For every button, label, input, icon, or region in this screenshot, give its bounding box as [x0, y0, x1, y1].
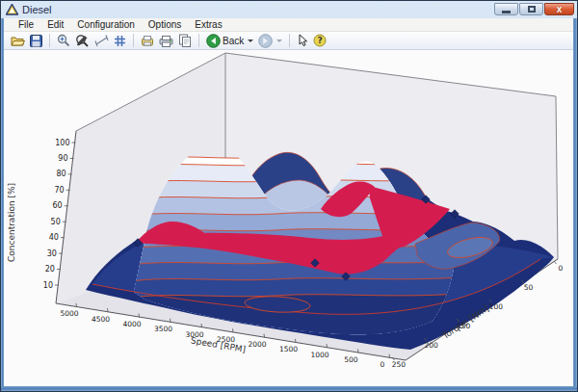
forward-icon: [258, 34, 273, 48]
client-area: FileEditConfigurationOptionsExtras: [4, 18, 575, 388]
forward-button[interactable]: [257, 33, 283, 48]
speed-tick-mark: [108, 308, 109, 312]
z-tick-label: 80: [56, 170, 66, 178]
open-button[interactable]: [10, 33, 26, 48]
copy-icon: [178, 34, 192, 47]
app-logo-icon: [6, 4, 18, 15]
title-bar[interactable]: Diesel x: [1, 1, 578, 18]
minimize-icon: [502, 11, 511, 13]
toolbar-separator: [289, 34, 290, 47]
pointer-icon: [297, 34, 308, 47]
zoom-in-icon: [57, 34, 70, 47]
grid-button[interactable]: [113, 33, 127, 48]
z-tick-label: 40: [49, 233, 59, 242]
copy-button[interactable]: [177, 33, 193, 48]
minimize-button[interactable]: [494, 3, 518, 15]
speed-tick-mark: [233, 328, 234, 332]
toolbar: Back ?: [4, 32, 575, 50]
toolbar-separator: [198, 34, 199, 47]
menu-item-extras[interactable]: Extras: [188, 19, 228, 30]
toolbar-separator: [49, 34, 50, 47]
plot-area[interactable]: 100908070605040302010 500045004000350030…: [4, 50, 575, 389]
zoom-in-button[interactable]: [56, 33, 71, 48]
print-icon: [159, 35, 173, 47]
close-button[interactable]: x: [544, 3, 574, 15]
speed-tick-label: 2000: [248, 340, 266, 349]
window-title: Diesel: [22, 4, 52, 15]
z-tick-label: 90: [58, 154, 67, 163]
z-tick-label: 70: [54, 186, 64, 195]
speed-tick-mark: [76, 303, 77, 307]
speed-tick-label: 1500: [279, 345, 298, 353]
speed-tick-mark: [296, 339, 297, 343]
window-border-bottom: [1, 386, 578, 391]
torque-tick-mark: [554, 261, 557, 264]
torque-tick-label: 100: [489, 302, 504, 311]
z-tick-label: 10: [43, 281, 53, 290]
speed-tick-label: 4000: [122, 320, 141, 328]
menu-bar: FileEditConfigurationOptionsExtras: [4, 18, 575, 32]
speed-tick-label: 1000: [310, 351, 328, 359]
maximize-icon: [528, 6, 536, 13]
back-dropdown-caret[interactable]: [248, 39, 253, 42]
save-button[interactable]: [29, 33, 43, 48]
save-icon: [30, 35, 42, 47]
grid-icon: [114, 35, 126, 47]
torque-tick-label: 0: [559, 264, 564, 273]
zoom-edit-icon: [75, 34, 90, 47]
speed-tick-label: 5000: [60, 309, 78, 318]
z-tick-label: 20: [45, 265, 55, 274]
speed-tick-mark: [171, 319, 171, 323]
z-tick-label: 100: [55, 139, 69, 147]
z-axis-label: Concentration [%]: [7, 183, 16, 262]
print-button[interactable]: [158, 33, 174, 48]
open-icon: [11, 35, 25, 47]
torque-tick-label: 250: [392, 360, 407, 369]
measure-button[interactable]: [93, 33, 110, 48]
speed-tick-label: 500: [344, 355, 358, 364]
back-button-label: Back: [223, 36, 244, 46]
plotter-icon: [141, 35, 154, 47]
maximize-button[interactable]: [519, 3, 543, 15]
z-tick-label: 60: [53, 201, 63, 210]
surface-chart: 100908070605040302010 500045004000350030…: [4, 50, 575, 389]
window-border-left: [1, 18, 4, 392]
menu-item-edit[interactable]: Edit: [40, 19, 70, 30]
help-button[interactable]: ?: [312, 33, 328, 48]
toolbar-separator: [133, 34, 134, 47]
speed-tick-mark: [358, 349, 359, 353]
zoom-edit-button[interactable]: [74, 33, 91, 48]
speed-tick-label: 4500: [92, 315, 110, 324]
app-window: Diesel x FileEditConfigurationOptionsExt…: [0, 0, 578, 392]
svg-text:?: ?: [318, 36, 323, 45]
back-icon: [206, 34, 221, 48]
menu-item-file[interactable]: File: [12, 19, 40, 30]
torque-tick-label: 200: [424, 341, 438, 350]
speed-tick-label: 3500: [154, 325, 172, 333]
speed-tick-label: 0: [381, 360, 385, 369]
measure-icon: [94, 35, 109, 47]
speed-tick-mark: [139, 313, 140, 317]
forward-dropdown-caret[interactable]: [276, 39, 282, 42]
menu-item-configuration[interactable]: Configuration: [70, 19, 141, 30]
z-tick-label: 30: [47, 249, 57, 258]
speed-tick-mark: [264, 334, 265, 338]
menu-item-options[interactable]: Options: [142, 19, 188, 30]
close-icon: x: [557, 5, 563, 14]
pointer-button[interactable]: [296, 33, 309, 48]
speed-tick-mark: [389, 354, 390, 358]
help-icon: ?: [313, 34, 327, 47]
z-tick-label: 50: [51, 218, 61, 226]
speed-tick-mark: [327, 344, 328, 348]
torque-tick-label: 50: [524, 283, 534, 292]
window-border-right: [573, 18, 577, 392]
plotter-button[interactable]: [140, 33, 155, 48]
speed-tick-mark: [201, 324, 202, 327]
back-button[interactable]: Back: [205, 33, 254, 48]
